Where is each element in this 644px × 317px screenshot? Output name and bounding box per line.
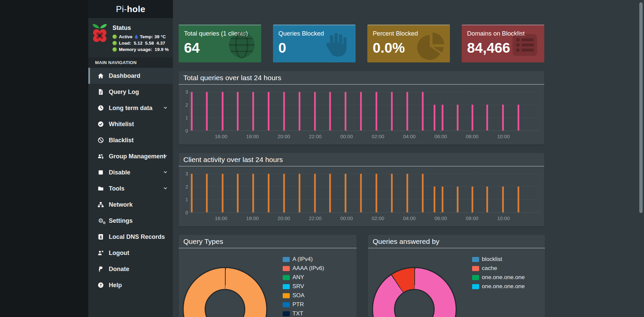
x-axis-tick-label: 16:00 [215, 134, 228, 139]
bar-data-point[interactable] [391, 174, 393, 212]
legend-item[interactable]: TXT [283, 310, 324, 317]
bar-data-point[interactable] [517, 187, 519, 212]
sidebar-item-label: Query Log [109, 89, 139, 96]
bar-data-point[interactable] [517, 105, 519, 130]
client-activity-chart[interactable]: 012316:0018:0020:0022:0000:0002:0004:000… [179, 166, 544, 226]
bar-data-point[interactable] [252, 92, 254, 130]
sidebar-item-network[interactable]: Network [88, 197, 173, 213]
bar-data-point[interactable] [222, 92, 223, 130]
legend-item[interactable]: A (IPv4) [283, 256, 324, 263]
vertical-scrollbar-thumb[interactable] [639, 2, 643, 213]
sidebar-item-settings[interactable]: ⚙⚙Settings [88, 213, 173, 229]
bar-data-point[interactable] [283, 92, 285, 130]
legend-item[interactable]: blocklist [472, 256, 525, 263]
bar-data-point[interactable] [471, 105, 473, 130]
query-types-donut[interactable] [183, 267, 267, 317]
bar-data-point[interactable] [422, 174, 423, 212]
queries-answered-by-donut[interactable] [372, 267, 457, 317]
sidebar-item-label: Group Management [109, 153, 166, 160]
sidebar-item-disable[interactable]: Disable [88, 164, 173, 180]
raspberry-logo-icon [91, 23, 108, 53]
bar-data-point[interactable] [487, 187, 488, 212]
sidebar-item-long-term-data[interactable]: Long term data [88, 100, 173, 116]
bar-data-point[interactable] [471, 187, 473, 212]
bar-data-point[interactable] [191, 92, 192, 130]
summary-card-queries-blocked: Queries Blocked0 [273, 24, 356, 62]
sidebar-menu: DashboardQuery LogLong term dataWhitelis… [88, 68, 173, 293]
bar-data-point[interactable] [252, 174, 254, 212]
sidebar-item-help[interactable]: ?Help [88, 277, 173, 293]
content-inner: Total queries (1 clients)64Queries Block… [173, 18, 644, 317]
bar-data-point[interactable] [298, 174, 300, 212]
bar-data-point[interactable] [314, 174, 316, 212]
bar-data-point[interactable] [283, 174, 285, 212]
bar-data-point[interactable] [298, 92, 300, 130]
sidebar-item-dashboard[interactable]: Dashboard [88, 68, 173, 84]
legend-item[interactable]: SRV [283, 283, 324, 290]
chart-plot-area[interactable] [190, 92, 540, 131]
legend-label: PTR [292, 301, 304, 308]
summary-card-total-queries-1-clients-: Total queries (1 clients)64 [179, 24, 261, 62]
legend-label: AAAA (IPv6) [292, 265, 324, 272]
legend-item[interactable]: SOA [283, 292, 324, 299]
bar-data-point[interactable] [457, 187, 458, 212]
axis-tick [221, 212, 222, 214]
sidebar-item-blacklist[interactable]: Blacklist [88, 132, 173, 148]
sidebar-item-whitelist[interactable]: Whitelist [88, 116, 173, 132]
legend-item[interactable]: cache [472, 265, 525, 272]
sidebar-item-label: Disable [109, 169, 130, 176]
chevron-down-icon [163, 169, 168, 176]
sidebar-item-donate[interactable]: Donate [88, 261, 173, 277]
bar-data-point[interactable] [345, 92, 347, 130]
bar-data-point[interactable] [314, 92, 316, 130]
total-queries-chart[interactable]: 012316:0018:0020:0022:0000:0002:0004:000… [179, 85, 544, 145]
chart-plot-area[interactable] [190, 174, 540, 213]
bar-data-point[interactable] [329, 92, 331, 130]
bar-data-point[interactable] [191, 174, 192, 212]
bar-data-point[interactable] [433, 187, 435, 212]
bar-data-point[interactable] [457, 105, 458, 130]
bar-data-point[interactable] [237, 174, 239, 212]
bar-data-point[interactable] [329, 174, 331, 212]
bar-data-point[interactable] [487, 105, 488, 130]
sidebar-item-tools[interactable]: Tools [88, 180, 173, 197]
bar-data-point[interactable] [502, 105, 504, 130]
bar-data-point[interactable] [375, 92, 377, 130]
file-icon [97, 88, 105, 96]
x-axis-tick-label: 10:00 [497, 215, 510, 221]
bar-data-point[interactable] [237, 92, 239, 130]
bar-data-point[interactable] [502, 187, 504, 212]
sidebar-item-label: Tools [109, 185, 125, 192]
bar-data-point[interactable] [442, 105, 443, 130]
bar-data-point[interactable] [206, 92, 208, 130]
logo-bold: hole [127, 4, 145, 14]
bar-data-point[interactable] [442, 187, 443, 212]
sidebar-item-group-management[interactable]: Group Management [88, 148, 173, 164]
network-icon [97, 201, 105, 209]
bar-data-point[interactable] [406, 174, 408, 212]
bar-data-point[interactable] [360, 174, 362, 212]
sidebar-item-query-log[interactable]: Query Log [88, 84, 173, 100]
legend-item[interactable]: one.one.one.one [472, 274, 525, 281]
bar-data-point[interactable] [206, 174, 208, 212]
sidebar-item-logout[interactable]: Logout [88, 245, 173, 261]
bar-data-point[interactable] [360, 92, 362, 130]
bar-data-point[interactable] [406, 92, 408, 130]
bar-data-point[interactable] [391, 92, 393, 130]
legend-item[interactable]: AAAA (IPv6) [283, 265, 324, 272]
bar-data-point[interactable] [422, 92, 423, 130]
bar-data-point[interactable] [345, 174, 347, 212]
panel-title: Total queries over last 24 hours [183, 74, 281, 82]
bar-data-point[interactable] [268, 174, 270, 212]
gridline [190, 174, 539, 174]
gridline [409, 174, 410, 212]
status-active-label: Active [119, 34, 133, 39]
bar-data-point[interactable] [268, 92, 270, 130]
bar-data-point[interactable] [222, 174, 223, 212]
bar-data-point[interactable] [375, 174, 377, 212]
legend-item[interactable]: PTR [283, 301, 324, 308]
legend-item[interactable]: one.one.one.one [472, 283, 525, 290]
sidebar-item-local-dns-records[interactable]: Local DNS Records [88, 229, 173, 245]
bar-data-point[interactable] [433, 105, 435, 130]
legend-item[interactable]: ANY [283, 274, 324, 281]
